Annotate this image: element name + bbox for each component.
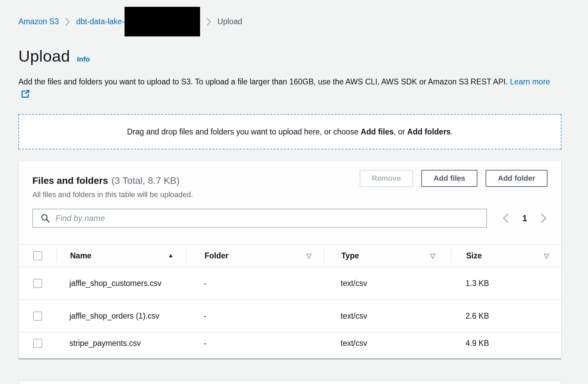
file-size: 1.3 KB xyxy=(451,279,561,288)
column-header-type[interactable]: Type ▽ xyxy=(324,249,451,262)
panel-title: Files and folders xyxy=(32,175,108,186)
page-number[interactable]: 1 xyxy=(522,213,527,223)
add-folder-button[interactable]: Add folder xyxy=(486,170,548,187)
breadcrumb-bucket-link[interactable]: dbt-data-lake- xyxy=(76,17,125,26)
file-folder: - xyxy=(186,279,324,288)
column-header-name[interactable]: Name ▲ xyxy=(56,249,186,262)
file-folder: - xyxy=(186,339,324,348)
file-size: 4.9 KB xyxy=(451,339,561,348)
table-row: stripe_payments.csv - text/csv 4.9 KB xyxy=(19,333,561,354)
panel-actions: Remove Add files Add folder xyxy=(360,170,548,187)
pagination: 1 xyxy=(502,213,548,224)
row-checkbox[interactable] xyxy=(33,339,42,348)
column-header-size[interactable]: Size ▽ xyxy=(451,249,561,262)
add-files-button[interactable]: Add files xyxy=(421,170,477,187)
page-content: Amazon S3 dbt-data-lake- Upload Upload I… xyxy=(0,0,588,359)
sort-down-icon[interactable]: ▽ xyxy=(544,252,549,260)
panel-header: Files and folders(3 Total, 8.7 KB) All f… xyxy=(19,161,561,199)
chevron-right-icon xyxy=(65,17,70,26)
redaction-box xyxy=(125,7,200,36)
file-type: text/csv xyxy=(324,279,451,288)
sort-ascending-icon[interactable]: ▲ xyxy=(168,252,174,259)
table-row: jaffle_shop_customers.csv - text/csv 1.3… xyxy=(19,267,561,300)
dropzone-text: Drag and drop files and folders you want… xyxy=(127,127,453,137)
next-panel-edge xyxy=(18,380,561,384)
breadcrumb-amazon-s3-link[interactable]: Amazon S3 xyxy=(18,17,59,26)
row-checkbox[interactable] xyxy=(33,311,42,321)
description-text: Add the files and folders you want to up… xyxy=(18,77,508,86)
breadcrumb-current-page: Upload xyxy=(217,17,242,26)
file-name: stripe_payments.csv xyxy=(69,336,166,350)
file-name: jaffle_shop_orders (1).csv xyxy=(69,309,166,323)
learn-more-link[interactable]: Learn more xyxy=(510,77,550,86)
select-all-checkbox[interactable] xyxy=(33,251,42,260)
next-page-button[interactable] xyxy=(540,213,548,224)
panel-count-summary: (3 Total, 8.7 KB) xyxy=(112,175,180,186)
file-type: text/csv xyxy=(324,339,451,348)
page-title: Upload xyxy=(18,47,70,65)
remove-button[interactable]: Remove xyxy=(360,170,413,187)
title-row: Upload Info xyxy=(18,47,561,65)
file-type: text/csv xyxy=(324,311,451,321)
file-name: jaffle_shop_customers.csv xyxy=(69,276,166,290)
previous-page-button[interactable] xyxy=(502,213,509,224)
chevron-right-icon xyxy=(206,17,211,26)
file-folder: - xyxy=(186,311,324,321)
sort-down-icon[interactable]: ▽ xyxy=(430,252,435,260)
file-size: 2.6 KB xyxy=(451,311,561,321)
column-header-folder[interactable]: Folder ▽ xyxy=(186,249,324,262)
external-link-icon xyxy=(21,89,30,102)
table-toolbar: 1 xyxy=(19,209,561,228)
table-row: jaffle_shop_orders (1).csv - text/csv 2.… xyxy=(19,300,561,333)
row-checkbox[interactable] xyxy=(33,279,42,288)
files-and-folders-panel: Files and folders(3 Total, 8.7 KB) All f… xyxy=(18,161,561,359)
files-table: Name ▲ Folder ▽ Type ▽ xyxy=(19,244,561,354)
drag-drop-zone[interactable]: Drag and drop files and folders you want… xyxy=(18,114,561,149)
search-input[interactable] xyxy=(32,209,487,228)
sort-down-icon[interactable]: ▽ xyxy=(306,252,311,260)
breadcrumb: Amazon S3 dbt-data-lake- Upload xyxy=(18,7,561,36)
info-link[interactable]: Info xyxy=(77,55,90,63)
panel-subtitle: All files and folders in this table will… xyxy=(32,190,193,199)
table-header-row: Name ▲ Folder ▽ Type ▽ xyxy=(19,244,561,267)
page-description: Add the files and folders you want to up… xyxy=(18,76,561,102)
